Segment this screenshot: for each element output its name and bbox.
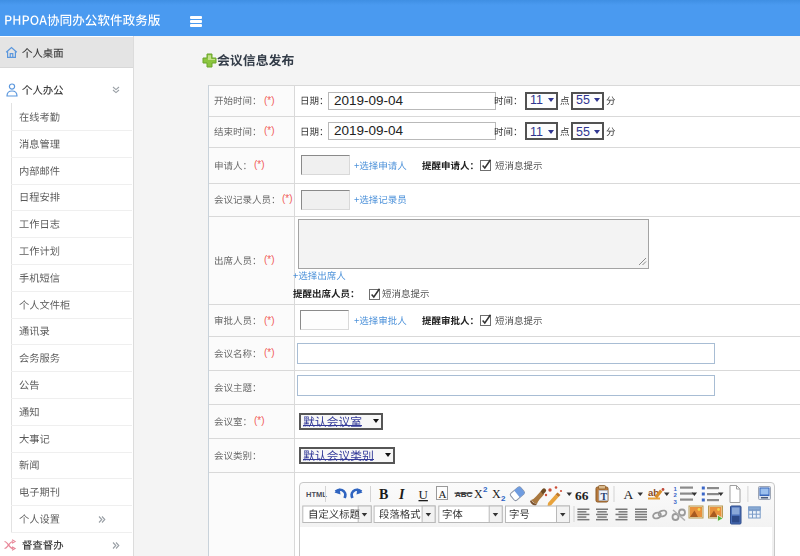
svg-text:X: X bbox=[474, 487, 483, 501]
svg-text:X: X bbox=[492, 487, 501, 501]
svg-text:T: T bbox=[601, 490, 608, 501]
svg-text:1: 1 bbox=[674, 485, 678, 491]
svg-text:HTML: HTML bbox=[306, 490, 327, 499]
svg-text:U: U bbox=[419, 487, 429, 502]
svg-text:A: A bbox=[624, 487, 634, 502]
svg-text:66: 66 bbox=[575, 488, 589, 503]
svg-text:I: I bbox=[398, 487, 405, 502]
svg-text:2: 2 bbox=[483, 485, 488, 494]
svg-text:2: 2 bbox=[501, 494, 506, 503]
svg-text:ABC: ABC bbox=[455, 489, 473, 498]
svg-text:A: A bbox=[439, 488, 447, 500]
svg-text:3: 3 bbox=[674, 498, 678, 504]
svg-text:B: B bbox=[379, 487, 388, 502]
svg-text:2: 2 bbox=[674, 492, 678, 498]
